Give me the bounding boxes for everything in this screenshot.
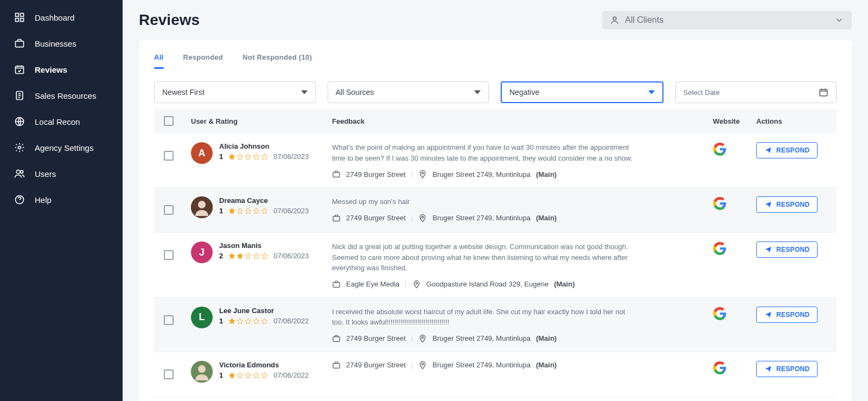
respond-button[interactable]: RESPOND bbox=[756, 196, 818, 213]
svg-rect-13 bbox=[820, 90, 827, 96]
reply-icon bbox=[764, 246, 772, 253]
briefcase-icon bbox=[332, 214, 341, 222]
svg-rect-1 bbox=[21, 14, 24, 17]
svg-point-21 bbox=[416, 282, 417, 284]
svg-point-25 bbox=[198, 365, 206, 373]
sidebar-item-label: Dashboard bbox=[35, 13, 74, 22]
reply-icon bbox=[764, 311, 772, 319]
sidebar-item-reviews[interactable]: Reviews bbox=[0, 56, 123, 82]
google-icon bbox=[713, 241, 727, 256]
business-name: 2749 Burger Street bbox=[346, 334, 406, 342]
review-date: 07/06/2022 bbox=[273, 371, 309, 379]
person-icon bbox=[610, 15, 620, 25]
date-select[interactable]: Select Date bbox=[675, 81, 837, 103]
address-text: Bruger Street 2749, Muntinlupa bbox=[432, 361, 531, 369]
briefcase-icon bbox=[332, 334, 341, 343]
location-row: 2749 Burger Street | Bruger Street 2749,… bbox=[332, 334, 713, 343]
row-checkbox[interactable] bbox=[164, 205, 174, 215]
sidebar-item-label: Users bbox=[35, 169, 56, 179]
svg-point-9 bbox=[16, 170, 20, 174]
sidebar-item-users[interactable]: Users bbox=[0, 161, 123, 187]
gear-icon bbox=[14, 142, 25, 153]
rating-value: 1 bbox=[219, 152, 223, 161]
sidebar-item-sales-resources[interactable]: Sales Resources bbox=[0, 82, 123, 109]
client-select-label: All Clients bbox=[625, 15, 663, 25]
row-checkbox[interactable] bbox=[164, 370, 174, 379]
sidebar-item-label: Sales Resources bbox=[35, 91, 96, 100]
location-row: 2749 Burger Street | Bruger Street 2749,… bbox=[332, 170, 713, 179]
sidebar-item-businesses[interactable]: Businesses bbox=[0, 30, 123, 56]
users-icon bbox=[14, 168, 25, 179]
row-checkbox[interactable] bbox=[164, 151, 174, 161]
sidebar-item-label: Reviews bbox=[35, 65, 67, 74]
address-text: Bruger Street 2749, Muntinlupa bbox=[432, 214, 531, 222]
sidebar-item-local-recon[interactable]: Local Recon bbox=[0, 109, 123, 135]
star-rating bbox=[228, 317, 268, 324]
svg-point-17 bbox=[198, 201, 206, 208]
main-tag: (Main) bbox=[536, 214, 557, 222]
svg-rect-5 bbox=[16, 66, 24, 73]
rating-value: 1 bbox=[219, 317, 223, 325]
svg-point-10 bbox=[21, 170, 23, 173]
sidebar-item-label: Businesses bbox=[35, 39, 76, 48]
select-all-checkbox[interactable] bbox=[164, 116, 174, 126]
review-date: 07/06/2022 bbox=[273, 317, 309, 325]
svg-point-15 bbox=[422, 172, 424, 174]
tabs: AllRespondedNot Responded (10) bbox=[154, 53, 837, 69]
sidebar-item-dashboard[interactable]: Dashboard bbox=[0, 4, 123, 30]
main-tag: (Main) bbox=[536, 170, 557, 179]
google-icon bbox=[713, 196, 727, 211]
star-rating bbox=[228, 207, 268, 214]
pagination: Rows per page: 5 1-5 of 10 bbox=[154, 397, 837, 402]
main-tag: (Main) bbox=[536, 334, 557, 342]
tab-responded[interactable]: Responded bbox=[183, 53, 223, 69]
pin-icon bbox=[418, 214, 427, 222]
star-rating bbox=[228, 153, 268, 160]
row-checkbox[interactable] bbox=[164, 250, 174, 260]
reviewer-name: Jason Manis bbox=[219, 241, 309, 250]
main-tag: (Main) bbox=[536, 361, 557, 369]
svg-rect-18 bbox=[333, 216, 340, 221]
respond-button[interactable]: RESPOND bbox=[756, 142, 818, 158]
rating-value: 1 bbox=[219, 371, 223, 379]
svg-point-27 bbox=[422, 363, 424, 365]
tab-not[interactable]: Not Responded (10) bbox=[242, 53, 312, 69]
briefcase-icon bbox=[14, 38, 25, 49]
sidebar-item-help[interactable]: Help bbox=[0, 187, 123, 213]
location-row: Eagle Eye Media | Goodpasture Island Roa… bbox=[332, 280, 713, 289]
location-row: 2749 Burger Street | Bruger Street 2749,… bbox=[332, 214, 713, 222]
feedback-text: Messed up my son's hair bbox=[332, 196, 636, 207]
help-icon bbox=[14, 194, 25, 205]
client-select[interactable]: All Clients bbox=[602, 11, 852, 29]
briefcase-icon bbox=[332, 361, 341, 370]
tab-all[interactable]: All bbox=[154, 53, 164, 69]
col-website-header: Website bbox=[713, 117, 756, 125]
row-checkbox[interactable] bbox=[164, 315, 174, 325]
reviewer-name: Lee June Castor bbox=[219, 307, 309, 315]
reply-icon bbox=[764, 365, 772, 373]
avatar: A bbox=[191, 142, 213, 164]
source-select[interactable]: All Sources bbox=[328, 81, 489, 103]
table-row: A Alicia Johnson 1 07/06/2023 What's the… bbox=[154, 133, 837, 188]
briefcase-icon bbox=[332, 280, 341, 289]
respond-button[interactable]: RESPOND bbox=[756, 241, 818, 258]
svg-point-12 bbox=[613, 17, 616, 20]
sidebar-item-agency-settings[interactable]: Agency Settings bbox=[0, 135, 123, 161]
pin-icon bbox=[412, 280, 421, 289]
respond-button[interactable]: RESPOND bbox=[756, 307, 818, 323]
svg-rect-22 bbox=[333, 336, 340, 341]
avatar bbox=[191, 361, 213, 383]
sort-select[interactable]: Newest First bbox=[154, 81, 316, 103]
pin-icon bbox=[418, 334, 427, 343]
svg-rect-26 bbox=[333, 363, 340, 368]
col-user-header: User & Rating bbox=[191, 117, 332, 125]
table-row: Dreama Cayce 1 07/06/2023 Messed up my s… bbox=[154, 188, 837, 233]
sentiment-select[interactable]: Negative bbox=[501, 81, 663, 103]
caret-down-icon bbox=[648, 89, 655, 96]
address-text: Bruger Street 2749, Muntinlupa bbox=[432, 170, 531, 179]
svg-point-8 bbox=[18, 147, 21, 149]
svg-rect-0 bbox=[16, 14, 19, 17]
google-icon bbox=[713, 142, 727, 156]
respond-button[interactable]: RESPOND bbox=[756, 361, 818, 377]
star-rating bbox=[228, 252, 268, 259]
